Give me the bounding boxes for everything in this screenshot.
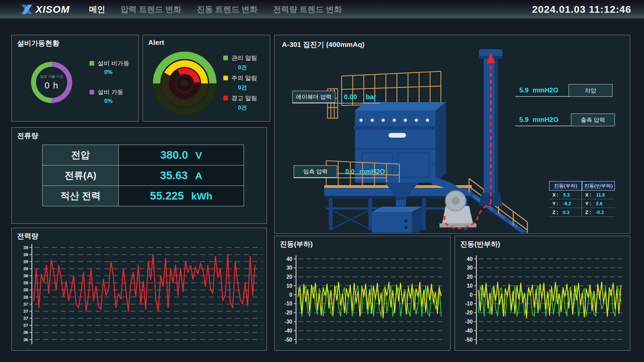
svg-text:37: 37	[23, 316, 28, 321]
donut-center-label: 일간 가동 시간	[40, 74, 63, 79]
load-y-value: -9.2	[563, 201, 571, 206]
air-header-pressure-readout: 에이헤더 압력 0.00 bar	[292, 91, 380, 103]
equipment-status-title: 설비가동현황	[17, 39, 59, 48]
axis-x-label: X :	[552, 192, 559, 198]
current-title: 전류량	[17, 131, 38, 140]
table-row: Y :-9.2 Y :2.6	[549, 199, 615, 208]
svg-text:39: 39	[23, 259, 28, 264]
svg-text:40: 40	[286, 256, 292, 262]
inlet-pressure-value: 0.0	[345, 165, 355, 177]
differential-pressure-label: 차압	[569, 84, 612, 97]
svg-text:38: 38	[23, 280, 28, 285]
svg-text:10: 10	[286, 283, 292, 289]
differential-pressure-value-area: 5.9 mmH2O	[515, 84, 569, 97]
caution-alert-swatch-icon	[223, 76, 228, 80]
table-row: 전압 380.0V	[43, 145, 244, 165]
svg-text:-10: -10	[465, 301, 473, 306]
svg-text:36: 36	[23, 337, 28, 342]
idle-swatch-icon	[90, 61, 94, 66]
vibration-table-header: 진동(부하) 진동(반부하)	[549, 181, 615, 191]
legend-item-idle: 설비 비가동 0%	[90, 59, 129, 76]
warning-alert-count: 0건	[238, 104, 257, 112]
half-y-value: 2.6	[596, 201, 602, 206]
legend-item-running: 설비 가동 0%	[90, 88, 123, 104]
idle-label: 설비 비가동	[98, 59, 129, 67]
svg-text:-20: -20	[465, 310, 473, 315]
running-swatch-icon	[90, 90, 94, 94]
nav-item-main[interactable]: 메인	[89, 4, 105, 15]
outlet-pressure-label: 출측 압력	[571, 114, 615, 126]
vibration-half-header: 진동(반부하)	[582, 181, 615, 191]
ampere-number: 35.63	[160, 169, 188, 182]
svg-text:39: 39	[23, 252, 28, 257]
load-x-value: 5.3	[563, 192, 570, 198]
equipment-status-panel: 설비가동현황 일간 가동 시간 0 h 설비 비가동 0% 설비 가동 0%	[11, 35, 139, 122]
load-z-value: 0.3	[563, 210, 569, 215]
svg-text:-50: -50	[465, 337, 473, 343]
half-z-value: -0.3	[596, 210, 604, 215]
donut-center-value: 0 h	[45, 80, 59, 91]
dashboard-root: { "colors":{"accent_cyan":"#2ee3ee","don…	[0, 0, 644, 362]
vibration-half-line-chart: 403020100-10-20-30-40-50	[455, 236, 630, 350]
inlet-pressure-label: 입측 압력	[294, 165, 337, 177]
svg-text:0: 0	[289, 292, 292, 298]
svg-text:20: 20	[467, 274, 473, 280]
outlet-pressure-unit: mmH2O	[533, 116, 559, 124]
svg-text:40: 40	[467, 256, 473, 262]
svg-text:0: 0	[470, 292, 473, 298]
svg-text:-30: -30	[285, 319, 292, 324]
svg-text:39: 39	[23, 245, 28, 250]
differential-pressure-value: 5.9	[519, 86, 529, 94]
running-label: 설비 가동	[98, 88, 123, 96]
inlet-pressure-unit: mmH2O	[359, 165, 385, 177]
warning-alert-label: 경고 알림	[231, 94, 257, 102]
warning-alert-swatch-icon	[223, 96, 228, 100]
svg-text:38: 38	[23, 295, 28, 300]
dust-collector-title: A-301 집진기 (400mmAq)	[282, 40, 364, 49]
legend-item-manage-alert: 관리 알림 0건	[223, 54, 257, 71]
power-chart-panel: 전력량 3939393938383838373737373636	[11, 228, 267, 351]
axis-y-label: Y :	[552, 201, 559, 206]
inlet-pressure-readout: 입측 압력 0.0 mmH2O	[294, 165, 386, 178]
main-menu: 메인 압력 트렌드 변화 진동 트렌드 변화 전력량 트렌드 변화	[89, 4, 342, 15]
dust-collector-panel: A-301 집진기 (400mmAq)	[274, 35, 630, 234]
outlet-pressure-value: 5.9	[519, 116, 529, 124]
svg-text:38: 38	[23, 287, 28, 292]
axis-z-label: Z :	[585, 210, 591, 215]
svg-text:37: 37	[23, 309, 28, 314]
differential-pressure-unit: mmH2O	[533, 86, 559, 94]
svg-text:-20: -20	[285, 310, 292, 315]
svg-text:-40: -40	[465, 328, 473, 334]
axis-y-label: Y :	[585, 201, 591, 206]
ampere-unit: A	[195, 170, 202, 181]
table-row: X :5.3 X :11.8	[549, 191, 615, 199]
differential-pressure-readout: 5.9 mmH2O 차압	[515, 84, 612, 97]
svg-text:39: 39	[23, 266, 28, 271]
voltage-label: 전압	[43, 145, 119, 165]
nav-item-pressure-trend[interactable]: 압력 트렌드 변화	[121, 4, 181, 15]
svg-text:20: 20	[286, 274, 292, 280]
current-panel: 전류량 전압 380.0V 전류(A) 35.63A 적산 전력 55.225k…	[11, 127, 267, 224]
axis-z-label: Z :	[552, 210, 558, 215]
alert-title: Alert	[148, 39, 164, 47]
outlet-pressure-readout: 5.9 mmH2O 출측 압력	[515, 114, 615, 126]
donut-center-text: 일간 가동 시간 0 h	[31, 62, 72, 103]
nav-item-power-trend[interactable]: 전력량 트렌드 변화	[273, 4, 342, 15]
running-value: 0%	[104, 98, 123, 104]
energy-number: 55.225	[150, 190, 184, 202]
clock-datetime: 2024.01.03 11:12:46	[532, 4, 631, 15]
alert-panel: Alert 관리 알림 0건 주의 알림 0건 경고 알림 0건	[142, 35, 270, 122]
voltage-value: 380.0V	[119, 145, 244, 165]
table-row: 전류(A) 35.63A	[43, 165, 244, 186]
manage-alert-count: 0건	[238, 64, 257, 71]
manage-alert-label: 관리 알림	[231, 54, 257, 62]
top-nav: XISOM 메인 압력 트렌드 변화 진동 트렌드 변화 전력량 트렌드 변화 …	[0, 0, 644, 18]
vibration-table: 진동(부하) 진동(반부하) X :5.3 X :11.8 Y :-9.2 Y …	[549, 181, 615, 217]
voltage-unit: V	[195, 150, 202, 161]
idle-value: 0%	[104, 69, 129, 76]
vibration-load-chart-panel: 진동(부하) 403020100-10-20-30-40-50	[274, 236, 451, 351]
svg-text:-50: -50	[285, 337, 292, 343]
energy-label: 적산 전력	[43, 186, 119, 206]
dust-collector-illustration	[321, 49, 529, 233]
nav-item-vibration-trend[interactable]: 진동 트렌드 변화	[197, 4, 257, 15]
